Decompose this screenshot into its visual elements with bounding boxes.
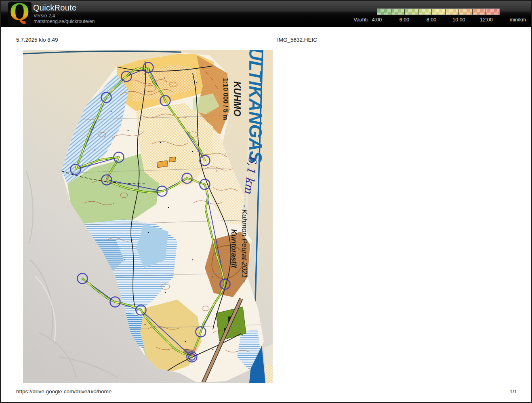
map-scale: 1:10 000 / 5 m [222, 78, 229, 120]
pace-tick-label-12: 12:00 [477, 17, 495, 23]
pace-scale-tick [418, 9, 418, 15]
app-version: Versio 2.4 [34, 13, 55, 19]
pace-tick-label-8: 8:00 [423, 17, 440, 23]
pace-tick-label-6: 6:00 [395, 17, 413, 23]
image-filename: IMG_5632.HEIC [277, 37, 317, 43]
pace-scale-label: Vauhti [343, 17, 368, 23]
pace-scale-tick [404, 9, 405, 15]
quickroute-logo-icon: Q [10, 0, 29, 25]
map-title: MULTIKANGAS [246, 50, 265, 163]
capture-datetime: 5.7.2025 klo 8.49 [16, 37, 58, 43]
pace-scale-tick [445, 9, 446, 15]
app-logo: Q [8, 2, 32, 26]
footer-url: https://drive.google.com/drive/u/0/home [16, 388, 111, 395]
pace-scale-tick [431, 9, 432, 15]
pace-scale-tick [486, 9, 486, 15]
map-region: KUHMO [232, 81, 242, 116]
pace-scale-tick [472, 9, 473, 15]
app-title: QuickRoute [33, 3, 77, 13]
pace-tick-label-4: 4:00 [368, 17, 386, 23]
pace-scale-checker [377, 9, 499, 15]
pace-scale-bar[interactable] [377, 8, 500, 15]
map-organizer: - Kuhmon Peurat 2021 - [240, 205, 248, 283]
pace-scale-tick [458, 9, 459, 15]
adjacent-map-detail [266, 365, 273, 383]
app-header: Q QuickRoute Versio 2.4 matstroeng.se/qu… [1, 1, 531, 27]
pace-scale-unit: min/km [506, 17, 530, 23]
pace-scale-tick [391, 9, 391, 15]
map-event: Kuntorastit [230, 229, 238, 268]
page-indicator: 1/1 [504, 388, 523, 395]
quickroute-window: Q QuickRoute Versio 2.4 matstroeng.se/qu… [0, 0, 532, 403]
app-website: matstroeng.se/quickroute/en [34, 19, 95, 24]
map-photo[interactable]: MULTIKANGAS KUHMO 1:10 000 / 5 m 6,1 km … [23, 50, 273, 383]
pace-tick-label-10: 10:00 [450, 17, 468, 23]
